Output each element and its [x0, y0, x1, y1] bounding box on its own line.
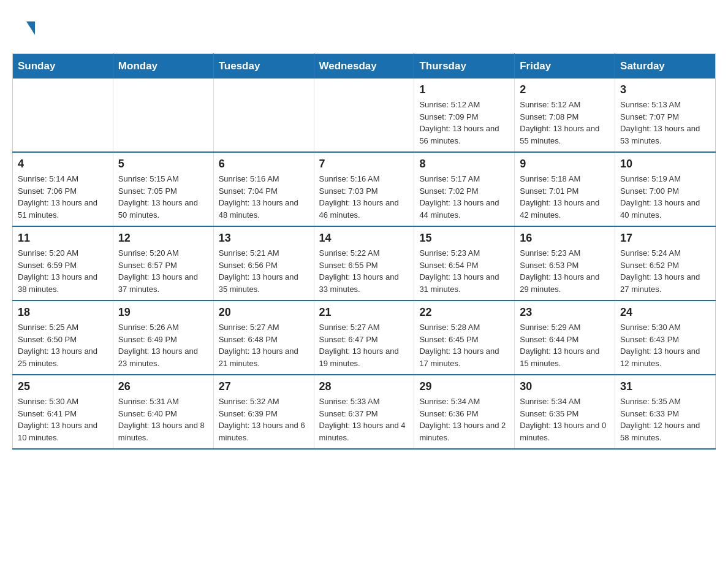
- logo-triangle-icon: [26, 21, 35, 35]
- calendar-cell: [213, 79, 314, 152]
- day-info: Sunrise: 5:34 AM Sunset: 6:35 PM Dayligh…: [520, 396, 610, 443]
- day-info: Sunrise: 5:22 AM Sunset: 6:55 PM Dayligh…: [319, 247, 409, 295]
- day-number: 24: [620, 306, 710, 319]
- calendar-week-row: 4Sunrise: 5:14 AM Sunset: 7:06 PM Daylig…: [13, 152, 716, 226]
- day-number: 21: [319, 306, 409, 319]
- day-info: Sunrise: 5:19 AM Sunset: 7:00 PM Dayligh…: [620, 173, 710, 221]
- day-info: Sunrise: 5:30 AM Sunset: 6:41 PM Dayligh…: [18, 396, 108, 443]
- calendar-cell: 23Sunrise: 5:29 AM Sunset: 6:44 PM Dayli…: [515, 301, 615, 375]
- day-number: 10: [620, 158, 710, 170]
- calendar-cell: 7Sunrise: 5:16 AM Sunset: 7:03 PM Daylig…: [314, 152, 414, 226]
- day-info: Sunrise: 5:29 AM Sunset: 6:44 PM Dayligh…: [520, 321, 610, 369]
- day-info: Sunrise: 5:28 AM Sunset: 6:45 PM Dayligh…: [419, 321, 509, 369]
- day-info: Sunrise: 5:25 AM Sunset: 6:50 PM Dayligh…: [18, 321, 108, 369]
- day-info: Sunrise: 5:16 AM Sunset: 7:03 PM Dayligh…: [319, 173, 409, 221]
- day-number: 22: [419, 306, 509, 319]
- day-info: Sunrise: 5:21 AM Sunset: 6:56 PM Dayligh…: [219, 247, 309, 295]
- calendar-cell: 14Sunrise: 5:22 AM Sunset: 6:55 PM Dayli…: [314, 226, 414, 301]
- day-info: Sunrise: 5:16 AM Sunset: 7:04 PM Dayligh…: [219, 173, 309, 221]
- logo: [25, 18, 35, 35]
- day-number: 20: [219, 306, 309, 319]
- day-number: 14: [319, 232, 409, 245]
- calendar-week-row: 11Sunrise: 5:20 AM Sunset: 6:59 PM Dayli…: [13, 226, 716, 301]
- calendar-cell: [13, 79, 113, 152]
- day-number: 13: [219, 232, 309, 245]
- day-info: Sunrise: 5:20 AM Sunset: 6:57 PM Dayligh…: [118, 247, 208, 295]
- day-number: 23: [520, 306, 610, 319]
- day-number: 16: [520, 232, 610, 245]
- calendar-cell: 13Sunrise: 5:21 AM Sunset: 6:56 PM Dayli…: [213, 226, 314, 301]
- calendar-cell: 3Sunrise: 5:13 AM Sunset: 7:07 PM Daylig…: [615, 79, 716, 152]
- calendar-cell: 5Sunrise: 5:15 AM Sunset: 7:05 PM Daylig…: [113, 152, 213, 226]
- calendar-header-row: SundayMondayTuesdayWednesdayThursdayFrid…: [13, 54, 716, 79]
- calendar-cell: 30Sunrise: 5:34 AM Sunset: 6:35 PM Dayli…: [515, 375, 615, 449]
- day-info: Sunrise: 5:24 AM Sunset: 6:52 PM Dayligh…: [620, 247, 710, 295]
- day-number: 27: [219, 380, 309, 393]
- day-number: 29: [419, 380, 509, 393]
- page-header: [12, 12, 716, 41]
- day-of-week-header: Thursday: [414, 54, 515, 79]
- day-number: 28: [319, 380, 409, 393]
- calendar-cell: 18Sunrise: 5:25 AM Sunset: 6:50 PM Dayli…: [13, 301, 113, 375]
- calendar-cell: 4Sunrise: 5:14 AM Sunset: 7:06 PM Daylig…: [13, 152, 113, 226]
- calendar-cell: 16Sunrise: 5:23 AM Sunset: 6:53 PM Dayli…: [515, 226, 615, 301]
- day-number: 30: [520, 380, 610, 393]
- calendar-cell: [113, 79, 213, 152]
- day-number: 3: [620, 83, 710, 96]
- calendar-cell: 21Sunrise: 5:27 AM Sunset: 6:47 PM Dayli…: [314, 301, 414, 375]
- day-info: Sunrise: 5:14 AM Sunset: 7:06 PM Dayligh…: [18, 173, 108, 221]
- calendar-cell: 31Sunrise: 5:35 AM Sunset: 6:33 PM Dayli…: [615, 375, 716, 449]
- calendar-cell: 2Sunrise: 5:12 AM Sunset: 7:08 PM Daylig…: [515, 79, 615, 152]
- day-info: Sunrise: 5:33 AM Sunset: 6:37 PM Dayligh…: [319, 396, 409, 443]
- calendar-cell: 10Sunrise: 5:19 AM Sunset: 7:00 PM Dayli…: [615, 152, 716, 226]
- calendar-cell: 24Sunrise: 5:30 AM Sunset: 6:43 PM Dayli…: [615, 301, 716, 375]
- day-number: 26: [118, 380, 208, 393]
- day-of-week-header: Monday: [113, 54, 213, 79]
- day-number: 12: [118, 232, 208, 245]
- day-number: 15: [419, 232, 509, 245]
- calendar-cell: 22Sunrise: 5:28 AM Sunset: 6:45 PM Dayli…: [414, 301, 515, 375]
- calendar-week-row: 1Sunrise: 5:12 AM Sunset: 7:09 PM Daylig…: [13, 79, 716, 152]
- calendar-cell: 19Sunrise: 5:26 AM Sunset: 6:49 PM Dayli…: [113, 301, 213, 375]
- day-number: 2: [520, 83, 610, 96]
- calendar-cell: 25Sunrise: 5:30 AM Sunset: 6:41 PM Dayli…: [13, 375, 113, 449]
- day-info: Sunrise: 5:18 AM Sunset: 7:01 PM Dayligh…: [520, 173, 610, 221]
- day-info: Sunrise: 5:12 AM Sunset: 7:09 PM Dayligh…: [419, 99, 509, 147]
- calendar-cell: 17Sunrise: 5:24 AM Sunset: 6:52 PM Dayli…: [615, 226, 716, 301]
- calendar-cell: 28Sunrise: 5:33 AM Sunset: 6:37 PM Dayli…: [314, 375, 414, 449]
- day-number: 11: [18, 232, 108, 245]
- day-of-week-header: Saturday: [615, 54, 716, 79]
- calendar-cell: 11Sunrise: 5:20 AM Sunset: 6:59 PM Dayli…: [13, 226, 113, 301]
- day-info: Sunrise: 5:23 AM Sunset: 6:53 PM Dayligh…: [520, 247, 610, 295]
- day-info: Sunrise: 5:20 AM Sunset: 6:59 PM Dayligh…: [18, 247, 108, 295]
- day-info: Sunrise: 5:34 AM Sunset: 6:36 PM Dayligh…: [419, 396, 509, 443]
- calendar-cell: [314, 79, 414, 152]
- day-info: Sunrise: 5:27 AM Sunset: 6:48 PM Dayligh…: [219, 321, 309, 369]
- calendar-cell: 26Sunrise: 5:31 AM Sunset: 6:40 PM Dayli…: [113, 375, 213, 449]
- day-of-week-header: Wednesday: [314, 54, 414, 79]
- day-info: Sunrise: 5:17 AM Sunset: 7:02 PM Dayligh…: [419, 173, 509, 221]
- calendar-cell: 6Sunrise: 5:16 AM Sunset: 7:04 PM Daylig…: [213, 152, 314, 226]
- day-number: 7: [319, 158, 409, 170]
- calendar-cell: 29Sunrise: 5:34 AM Sunset: 6:36 PM Dayli…: [414, 375, 515, 449]
- day-number: 6: [219, 158, 309, 170]
- calendar-week-row: 25Sunrise: 5:30 AM Sunset: 6:41 PM Dayli…: [13, 375, 716, 449]
- calendar-cell: 9Sunrise: 5:18 AM Sunset: 7:01 PM Daylig…: [515, 152, 615, 226]
- day-of-week-header: Friday: [515, 54, 615, 79]
- calendar-table: SundayMondayTuesdayWednesdayThursdayFrid…: [12, 53, 716, 450]
- calendar-cell: 15Sunrise: 5:23 AM Sunset: 6:54 PM Dayli…: [414, 226, 515, 301]
- day-info: Sunrise: 5:31 AM Sunset: 6:40 PM Dayligh…: [118, 396, 208, 443]
- day-number: 4: [18, 158, 108, 170]
- day-info: Sunrise: 5:15 AM Sunset: 7:05 PM Dayligh…: [118, 173, 208, 221]
- day-number: 5: [118, 158, 208, 170]
- day-info: Sunrise: 5:32 AM Sunset: 6:39 PM Dayligh…: [219, 396, 309, 443]
- calendar-cell: 12Sunrise: 5:20 AM Sunset: 6:57 PM Dayli…: [113, 226, 213, 301]
- day-of-week-header: Sunday: [13, 54, 113, 79]
- calendar-cell: 8Sunrise: 5:17 AM Sunset: 7:02 PM Daylig…: [414, 152, 515, 226]
- day-number: 8: [419, 158, 509, 170]
- day-info: Sunrise: 5:30 AM Sunset: 6:43 PM Dayligh…: [620, 321, 710, 369]
- day-info: Sunrise: 5:23 AM Sunset: 6:54 PM Dayligh…: [419, 247, 509, 295]
- day-of-week-header: Tuesday: [213, 54, 314, 79]
- day-number: 9: [520, 158, 610, 170]
- day-number: 25: [18, 380, 108, 393]
